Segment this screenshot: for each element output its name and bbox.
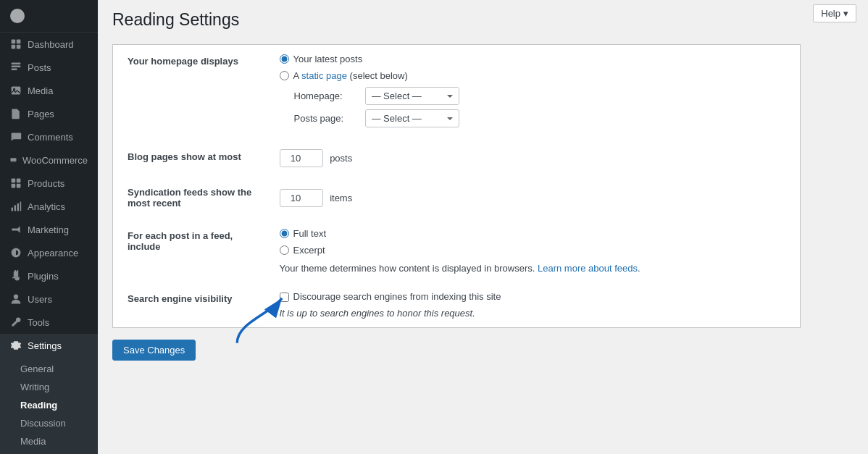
- static-page-label[interactable]: A static page (select below): [293, 70, 408, 81]
- sidebar-item-marketing[interactable]: Marketing: [0, 218, 98, 241]
- search-visibility-field: Discourage search engines from indexing …: [272, 282, 801, 328]
- homepage-displays-row: Your homepage displays Your latest posts…: [113, 45, 801, 141]
- sidebar-item-media[interactable]: Media: [0, 79, 98, 102]
- search-visibility-checkbox-label[interactable]: Discourage search engines from indexing …: [293, 291, 501, 302]
- sidebar-item-plugins[interactable]: Plugins: [0, 264, 98, 287]
- svg-rect-4: [12, 63, 21, 64]
- sidebar-item-appearance[interactable]: Appearance: [0, 241, 98, 264]
- svg-rect-15: [12, 208, 13, 211]
- full-text-radio[interactable]: [280, 229, 289, 238]
- svg-rect-5: [12, 66, 21, 67]
- feed-note-suffix: .: [638, 263, 640, 274]
- sidebar-item-users[interactable]: Users: [0, 287, 98, 311]
- homepage-select-row: Homepage: — Select —: [294, 87, 793, 105]
- save-changes-button[interactable]: Save Changes: [112, 340, 196, 361]
- sidebar-item-analytics-label: Analytics: [28, 201, 65, 212]
- sidebar-item-comments-label: Comments: [28, 132, 73, 143]
- feed-note: Your theme determines how content is dis…: [280, 263, 793, 274]
- sidebar-item-woocommerce-label: WooCommerce: [22, 155, 88, 166]
- syndication-field: items: [272, 176, 801, 219]
- excerpt-option: Excerpt: [280, 245, 793, 256]
- svg-rect-16: [14, 205, 16, 211]
- sidebar-item-comments[interactable]: Comments: [0, 125, 98, 148]
- sidebar-item-pages[interactable]: Pages: [0, 102, 98, 125]
- syndication-input[interactable]: [280, 189, 323, 207]
- homepage-select[interactable]: — Select —: [365, 87, 459, 105]
- sidebar-item-products[interactable]: Products: [0, 172, 98, 195]
- svg-rect-20: [14, 270, 16, 272]
- svg-rect-6: [12, 69, 17, 70]
- sidebar-item-products-label: Products: [28, 178, 64, 189]
- search-visibility-checkbox[interactable]: [280, 293, 289, 302]
- syndication-label: Syndication feeds show the most recent: [113, 176, 272, 219]
- svg-rect-14: [17, 184, 21, 188]
- media-icon: [10, 85, 22, 96]
- sidebar-item-tools[interactable]: Tools: [0, 311, 98, 334]
- sidebar-logo: [0, 0, 98, 33]
- dashboard-icon: [10, 38, 22, 50]
- svg-rect-19: [14, 272, 18, 277]
- full-text-option: Full text: [280, 228, 793, 239]
- sidebar-item-tools-label: Tools: [28, 317, 49, 328]
- woocommerce-icon: [10, 154, 17, 166]
- posts-page-select[interactable]: — Select —: [365, 109, 459, 127]
- comments-icon: [10, 131, 22, 143]
- latest-posts-label[interactable]: Your latest posts: [293, 54, 363, 64]
- help-label: Help: [821, 8, 840, 19]
- sidebar-item-users-label: Users: [28, 294, 52, 305]
- sidebar-sub-permalinks[interactable]: Permalinks: [0, 450, 98, 454]
- tools-icon: [10, 316, 22, 328]
- blog-pages-row: Blog pages show at most posts: [113, 140, 801, 176]
- excerpt-radio[interactable]: [280, 245, 289, 255]
- sidebar-item-settings-label: Settings: [28, 340, 62, 351]
- svg-rect-2: [12, 45, 16, 49]
- sidebar-item-appearance-label: Appearance: [28, 248, 78, 258]
- analytics-icon: [10, 201, 22, 212]
- help-button[interactable]: Help ▾: [813, 4, 856, 22]
- syndication-suffix: items: [330, 193, 352, 203]
- sidebar-sub-general[interactable]: General: [0, 360, 98, 378]
- sidebar-item-pages-label: Pages: [28, 109, 54, 119]
- help-chevron-icon: ▾: [843, 8, 848, 19]
- search-visibility-checkbox-row: Discourage search engines from indexing …: [280, 291, 793, 302]
- users-icon: [10, 293, 22, 305]
- sidebar-item-woocommerce[interactable]: WooCommerce: [0, 148, 98, 172]
- sidebar-item-settings[interactable]: Settings: [0, 334, 98, 357]
- static-page-radio[interactable]: [280, 71, 289, 80]
- homepage-displays-field: Your latest posts A static page (select …: [272, 45, 801, 141]
- homepage-select-label: Homepage:: [294, 91, 359, 101]
- sidebar-item-posts[interactable]: Posts: [0, 56, 98, 79]
- sidebar-sub-reading[interactable]: Reading: [0, 396, 98, 414]
- svg-rect-1: [17, 40, 21, 44]
- pages-icon: [10, 108, 22, 119]
- sidebar-sub-media[interactable]: Media: [0, 432, 98, 450]
- static-page-link[interactable]: static page: [301, 70, 347, 81]
- feed-note-link[interactable]: Learn more about feeds: [538, 263, 638, 274]
- posts-page-select-row: Posts page: — Select —: [294, 109, 793, 127]
- sidebar-item-dashboard-label: Dashboard: [28, 39, 74, 50]
- full-text-label[interactable]: Full text: [293, 228, 327, 239]
- posts-icon: [10, 62, 22, 73]
- sidebar-sub-discussion[interactable]: Discussion: [0, 414, 98, 432]
- feed-include-label: For each post in a feed, include: [113, 219, 272, 282]
- search-visibility-row: Search engine visibility Discourage sear…: [113, 282, 801, 328]
- sidebar: Dashboard Posts Media Pages Comments Woo…: [0, 0, 98, 454]
- topbar: Help ▾: [196, 0, 868, 27]
- sidebar-sub-writing[interactable]: Writing: [0, 378, 98, 396]
- svg-point-9: [12, 161, 12, 162]
- search-visibility-label: Search engine visibility: [113, 282, 272, 328]
- syndication-row: Syndication feeds show the most recent i…: [113, 176, 801, 219]
- static-prefix: A: [293, 70, 299, 81]
- latest-posts-radio[interactable]: [280, 54, 289, 64]
- svg-rect-18: [20, 202, 22, 211]
- svg-rect-12: [17, 179, 21, 183]
- settings-submenu: General Writing Reading Discussion Media…: [0, 357, 98, 454]
- feed-note-text: Your theme determines how content is dis…: [280, 263, 535, 274]
- excerpt-label[interactable]: Excerpt: [293, 245, 325, 256]
- svg-rect-7: [12, 86, 21, 94]
- blog-pages-label: Blog pages show at most: [113, 140, 272, 176]
- sidebar-item-analytics[interactable]: Analytics: [0, 195, 98, 218]
- sidebar-item-dashboard[interactable]: Dashboard: [0, 33, 98, 56]
- blog-pages-input[interactable]: [280, 149, 323, 167]
- marketing-icon: [10, 224, 22, 235]
